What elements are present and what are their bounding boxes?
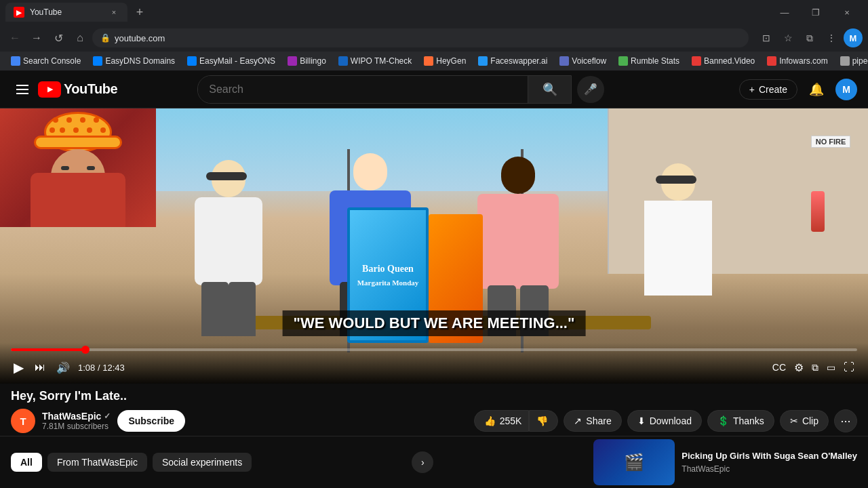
browser-profile-avatar[interactable]: M <box>844 28 863 47</box>
star-icon[interactable]: ☆ <box>778 28 797 47</box>
search-button[interactable]: 🔍 <box>528 76 571 103</box>
next-button[interactable]: ⏭ <box>32 359 48 376</box>
search-box: 🔍 <box>197 75 572 104</box>
youtube-tab[interactable]: ▶ YouTube × <box>5 3 127 22</box>
minimize-button[interactable]: — <box>769 0 800 24</box>
bookmark-faceswapper[interactable]: Faceswapper.ai <box>473 55 553 67</box>
header-right: + Create 🔔 M <box>739 76 857 103</box>
bookmark-favicon-banned <box>692 56 701 66</box>
share-button[interactable]: ↗ Share <box>564 410 621 432</box>
hamburger-menu[interactable] <box>11 79 34 100</box>
chip-social-label: Social experiments <box>162 457 242 468</box>
youtube-logo[interactable]: YouTube <box>38 81 117 98</box>
youtube-header: YouTube 🔍 🎤 + Create 🔔 M <box>0 70 868 108</box>
chips-next-button[interactable]: › <box>412 451 433 473</box>
bookmark-label-piped: piped.kavin.rocks <box>852 56 868 66</box>
red-drink <box>811 191 825 232</box>
bookmark-easymail[interactable]: EasyMail - EasyONS <box>182 55 281 67</box>
current-time: 1:08 <box>78 363 95 373</box>
video-container[interactable]: Bario Queen Margarita Monday NO FIRE "WE… <box>0 108 868 384</box>
rec-info: Picking Up Girls With Suga Sean O'Malley… <box>682 451 857 474</box>
bookmark-favicon-faceswapper <box>478 56 488 66</box>
chip-from-channel[interactable]: From ThatWasEpic <box>47 453 147 472</box>
rec-thumbnail: 🎬 <box>593 439 675 485</box>
channel-name-text: ThatWasEpic <box>42 411 101 422</box>
video-controls: ▶ ⏭ 🔊 1:08 / 12:43 CC ⚙ ⧉ ▭ ⛶ <box>0 343 868 384</box>
notification-bell-button[interactable]: 🔔 <box>803 76 830 103</box>
recommendation-item[interactable]: 🎬 Picking Up Girls With Suga Sean O'Mall… <box>593 439 857 485</box>
bookmark-infowars[interactable]: Infowars.com <box>762 55 833 67</box>
bookmark-rumble[interactable]: Rumble Stats <box>613 55 685 67</box>
progress-dot <box>81 346 90 354</box>
address-bar[interactable]: 🔒 youtube.com <box>92 28 749 47</box>
video-info-bar: Hey, Sorry I'm Late.. <box>0 384 868 406</box>
settings-button[interactable]: ⚙ <box>791 359 806 377</box>
rec-channel: ThatWasEpic <box>682 464 857 474</box>
close-button[interactable]: × <box>831 0 863 24</box>
navigation-bar: ← → ↺ ⌂ 🔒 youtube.com ⊡ ☆ ⧉ ⋮ M <box>0 24 868 52</box>
clip-button[interactable]: ✂ Clip <box>780 410 829 432</box>
progress-bar[interactable] <box>11 348 857 351</box>
create-label: Create <box>759 84 787 95</box>
bookmark-favicon-infowars <box>767 56 776 66</box>
bookmark-billingo[interactable]: Billingo <box>282 55 332 67</box>
cast-icon[interactable]: ⊡ <box>757 28 776 47</box>
tab-bar: ▶ YouTube × + — ❐ × <box>0 0 868 24</box>
bookmarks-bar: Search Console EasyDNS Domains EasyMail … <box>0 52 868 70</box>
progress-fill <box>11 348 85 351</box>
subtitle-text: "WE WOULD BUT WE ARE MEETING..." <box>294 314 575 331</box>
bookmark-voiceflow[interactable]: Voiceflow <box>554 55 612 67</box>
volume-button[interactable]: 🔊 <box>54 359 73 377</box>
dislike-button[interactable]: 👎 <box>529 410 558 432</box>
bookmark-label-billingo: Billingo <box>300 56 326 66</box>
subscribe-button[interactable]: Subscribe <box>117 410 185 432</box>
channel-name: ThatWasEpic ✓ <box>42 411 111 422</box>
home-button[interactable]: ⌂ <box>71 28 90 47</box>
channel-text: ThatWasEpic ✓ 7.81M subscribers <box>42 411 111 431</box>
bookmark-wipo[interactable]: WIPO TM-Check <box>333 55 417 67</box>
bookmark-label-voiceflow: Voiceflow <box>572 56 606 66</box>
like-button[interactable]: 👍 255K <box>474 410 530 432</box>
subtitles-button[interactable]: CC <box>770 359 789 375</box>
youtube-content: Bario Queen Margarita Monday NO FIRE "WE… <box>0 108 868 488</box>
no-fire-sign: NO FIRE <box>811 136 851 148</box>
forward-button[interactable]: → <box>27 28 46 47</box>
share-label: Share <box>586 415 611 426</box>
thanks-icon: 💲 <box>717 415 729 426</box>
theater-button[interactable]: ▭ <box>824 359 838 375</box>
tab-close-button[interactable]: × <box>108 7 119 18</box>
bookmark-favicon-heygen <box>424 56 433 66</box>
bookmark-heygen[interactable]: HeyGen <box>418 55 471 67</box>
controls-row: ▶ ⏭ 🔊 1:08 / 12:43 CC ⚙ ⧉ ▭ ⛶ <box>11 357 857 378</box>
create-button[interactable]: + Create <box>739 79 797 100</box>
chip-social-experiments[interactable]: Social experiments <box>153 453 252 472</box>
chip-all[interactable]: All <box>11 453 42 472</box>
board-line1: Bario Queen <box>362 263 414 275</box>
bookmark-favicon-wipo <box>338 56 348 66</box>
more-actions-button[interactable]: ··· <box>834 409 857 432</box>
hamburger-line1 <box>16 85 28 86</box>
more-icon[interactable]: ⋮ <box>822 28 841 47</box>
reload-button[interactable]: ↺ <box>49 28 68 47</box>
maximize-button[interactable]: ❐ <box>800 0 831 24</box>
bookmark-easydns[interactable]: EasyDNS Domains <box>87 55 180 67</box>
bookmark-banned[interactable]: Banned.Video <box>686 55 760 67</box>
fullscreen-button[interactable]: ⛶ <box>841 359 857 376</box>
new-tab-button[interactable]: + <box>130 3 149 22</box>
extension-icon[interactable]: ⧉ <box>800 28 819 47</box>
play-pause-button[interactable]: ▶ <box>11 357 26 378</box>
bookmark-search-console[interactable]: Search Console <box>5 55 86 67</box>
back-button[interactable]: ← <box>5 28 24 47</box>
time-display: 1:08 / 12:43 <box>78 363 125 373</box>
youtube-logo-text: YouTube <box>64 81 117 97</box>
user-avatar[interactable]: M <box>835 79 857 100</box>
thanks-button[interactable]: 💲 Thanks <box>707 410 774 432</box>
channel-avatar[interactable]: T <box>11 409 35 433</box>
search-input[interactable] <box>198 76 528 103</box>
voice-search-button[interactable]: 🎤 <box>577 76 604 103</box>
bookmark-piped[interactable]: piped.kavin.rocks <box>835 55 868 67</box>
person-shirt <box>31 173 125 227</box>
download-label: Download <box>650 415 692 426</box>
download-button[interactable]: ⬇ Download <box>627 410 702 432</box>
miniplayer-button[interactable]: ⧉ <box>809 359 821 376</box>
